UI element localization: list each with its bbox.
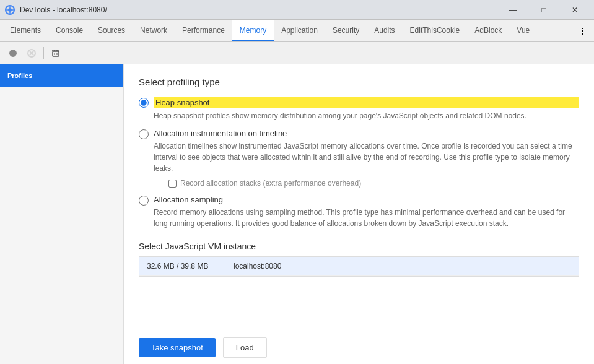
tab-security[interactable]: Security [325, 20, 367, 41]
sidebar: Profiles [0, 64, 124, 364]
minimize-button[interactable]: — [499, 0, 527, 20]
tab-bar: Elements Console Sources Network Perform… [0, 20, 594, 42]
toolbar-divider [43, 47, 44, 59]
record-button[interactable] [5, 45, 21, 61]
bottom-bar: Take snapshot Load [124, 331, 594, 364]
vm-section: Select JavaScript VM instance 32.6 MB / … [139, 241, 579, 277]
vm-section-title: Select JavaScript VM instance [139, 241, 579, 251]
take-snapshot-button[interactable]: Take snapshot [139, 338, 216, 357]
radio-allocation-timeline[interactable] [139, 129, 149, 139]
option-allocation-timeline: Allocation instrumentation on timeline A… [139, 129, 579, 188]
clear-button[interactable] [48, 45, 64, 61]
radio-allocation-sampling[interactable] [139, 196, 149, 206]
chrome-icon [5, 5, 15, 15]
svg-rect-6 [53, 51, 59, 56]
allocation-timeline-content: Allocation instrumentation on timeline A… [154, 129, 579, 188]
sidebar-header: Profiles [0, 64, 123, 87]
toolbar [0, 42, 594, 64]
tab-application[interactable]: Application [274, 20, 325, 41]
title-bar: DevTools - localhost:8080/ — □ ✕ [0, 0, 594, 20]
vm-row[interactable]: 32.6 MB / 39.8 MB localhost:8080 [139, 257, 579, 276]
tab-console[interactable]: Console [48, 20, 90, 41]
allocation-sampling-content: Allocation sampling Record memory alloca… [154, 195, 579, 229]
section-title: Select profiling type [139, 77, 579, 87]
vm-memory: 32.6 MB / 39.8 MB [147, 262, 234, 271]
main-layout: Profiles Select profiling type Heap snap… [0, 64, 594, 364]
content-panel: Select profiling type Heap snapshot Heap… [124, 64, 594, 331]
svg-point-1 [8, 8, 12, 12]
allocation-timeline-label: Allocation instrumentation on timeline [154, 129, 579, 138]
tab-editthiscookie[interactable]: EditThisCookie [403, 20, 468, 41]
heap-snapshot-label: Heap snapshot [154, 97, 579, 108]
allocation-sampling-desc: Record memory allocations using sampling… [154, 207, 579, 229]
allocation-sampling-label: Allocation sampling [154, 195, 579, 204]
allocation-stacks-row: Record allocation stacks (extra performa… [168, 179, 579, 188]
vm-host: localhost:8080 [234, 262, 571, 271]
tab-performance[interactable]: Performance [175, 20, 232, 41]
maximize-button[interactable]: □ [530, 0, 558, 20]
tab-sources[interactable]: Sources [90, 20, 133, 41]
title-bar-left: DevTools - localhost:8080/ [5, 5, 107, 15]
stop-icon [27, 49, 36, 58]
tab-memory[interactable]: Memory [232, 20, 274, 41]
tab-network[interactable]: Network [133, 20, 175, 41]
content-area: Select profiling type Heap snapshot Heap… [124, 64, 594, 364]
allocation-stacks-label: Record allocation stacks (extra performa… [180, 179, 361, 188]
close-button[interactable]: ✕ [561, 0, 589, 20]
svg-point-2 [9, 50, 17, 57]
radio-heap-snapshot[interactable] [139, 98, 149, 108]
stop-button[interactable] [24, 45, 40, 61]
tab-adblock[interactable]: AdBlock [467, 20, 509, 41]
tab-audits[interactable]: Audits [367, 20, 402, 41]
option-heap-snapshot: Heap snapshot Heap snapshot profiles sho… [139, 97, 579, 121]
allocation-stacks-checkbox[interactable] [168, 180, 177, 188]
trash-icon [51, 49, 60, 58]
title-bar-title: DevTools - localhost:8080/ [20, 6, 107, 14]
tab-elements[interactable]: Elements [2, 20, 48, 41]
more-tabs-button[interactable]: ⋮ [574, 20, 592, 41]
title-bar-controls: — □ ✕ [499, 0, 589, 20]
option-allocation-sampling: Allocation sampling Record memory alloca… [139, 195, 579, 229]
heap-snapshot-content: Heap snapshot Heap snapshot profiles sho… [154, 97, 579, 121]
load-button[interactable]: Load [223, 337, 267, 358]
heap-snapshot-desc: Heap snapshot profiles show memory distr… [154, 110, 579, 121]
allocation-timeline-desc: Allocation timelines show instrumented J… [154, 141, 579, 174]
vm-table: 32.6 MB / 39.8 MB localhost:8080 [139, 256, 579, 277]
record-icon [9, 49, 17, 58]
tab-vue[interactable]: Vue [509, 20, 537, 41]
